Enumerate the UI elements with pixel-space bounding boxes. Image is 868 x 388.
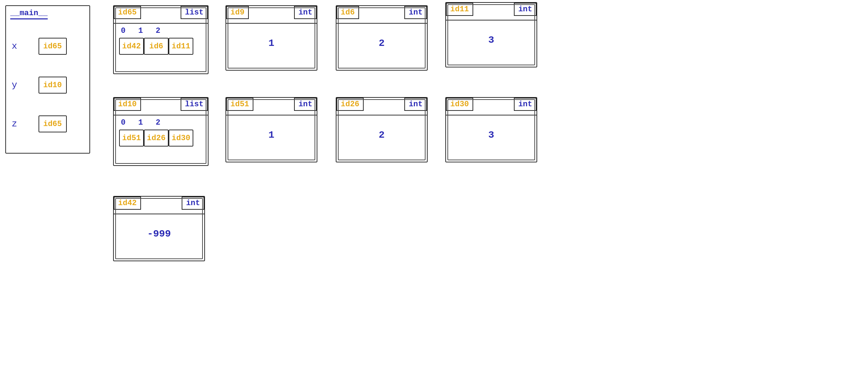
id42-int-id: id42 <box>118 199 137 208</box>
id65-list-id: id65 <box>118 8 137 17</box>
id65-index-2: 2 <box>156 26 160 35</box>
id11-int-object: id11 int 3 <box>445 2 537 67</box>
id30-int-type: int <box>518 100 532 109</box>
main-frame-label: __main__ <box>10 9 48 18</box>
var-x-id: id65 <box>43 42 62 51</box>
id26-int-type: int <box>409 100 423 109</box>
var-z-id: id65 <box>43 120 62 129</box>
id26-int-value: 2 <box>379 130 385 141</box>
id65-list-object: id65 list 0 1 2 id42 id6 id11 <box>113 5 209 74</box>
id11-int-value: 3 <box>488 35 494 46</box>
id10-index-1: 1 <box>138 118 143 127</box>
id10-ref-1: id26 <box>144 130 169 147</box>
id11-int-id: id11 <box>450 5 469 14</box>
id6-int-object: id6 int 2 <box>336 5 428 71</box>
id65-ref-1: id6 <box>144 38 169 55</box>
main-frame: __main__ x id65 y id10 z id65 <box>5 5 90 154</box>
id26-int-id: id26 <box>341 100 359 109</box>
var-z-label: z <box>12 119 17 129</box>
var-x-ref: id65 <box>39 38 67 55</box>
id65-index-1: 1 <box>138 26 143 35</box>
id11-int-type: int <box>518 5 532 14</box>
id42-int-object: id42 int -999 <box>113 196 205 261</box>
id65-index-0: 0 <box>121 26 125 35</box>
id10-list-type: list <box>185 100 204 109</box>
id10-ref-2: id30 <box>169 130 193 147</box>
id51-int-object: id51 int 1 <box>225 97 317 162</box>
id51-int-type: int <box>298 100 312 109</box>
id10-index-2: 2 <box>156 118 160 127</box>
id10-index-0: 0 <box>121 118 125 127</box>
id30-int-value: 3 <box>488 130 494 141</box>
id9-int-object: id9 int 1 <box>225 5 317 71</box>
var-x-label: x <box>12 41 17 52</box>
id65-ref-0: id42 <box>119 38 144 55</box>
id10-ref-0: id51 <box>119 130 144 147</box>
id9-int-type: int <box>298 8 312 17</box>
id26-int-object: id26 int 2 <box>336 97 428 162</box>
id10-list-id: id10 <box>118 100 137 109</box>
id9-int-value: 1 <box>269 38 275 49</box>
id10-list-object: id10 list 0 1 2 id51 id26 id30 <box>113 97 209 166</box>
id51-int-id: id51 <box>230 100 249 109</box>
id42-int-value: -999 <box>147 228 171 239</box>
id30-int-id: id30 <box>450 100 469 109</box>
id30-int-object: id30 int 3 <box>445 97 537 162</box>
id51-int-value: 1 <box>269 130 275 141</box>
id6-int-value: 2 <box>379 38 385 49</box>
id65-list-type: list <box>185 8 204 17</box>
id6-int-id: id6 <box>341 8 355 17</box>
var-y-label: y <box>12 80 17 90</box>
var-z-ref: id65 <box>39 115 67 132</box>
var-y-ref: id10 <box>39 77 67 94</box>
id65-ref-2: id11 <box>169 38 193 55</box>
var-y-id: id10 <box>43 81 62 90</box>
id9-int-id: id9 <box>230 8 245 17</box>
id42-int-type: int <box>186 199 200 208</box>
id6-int-type: int <box>409 8 423 17</box>
